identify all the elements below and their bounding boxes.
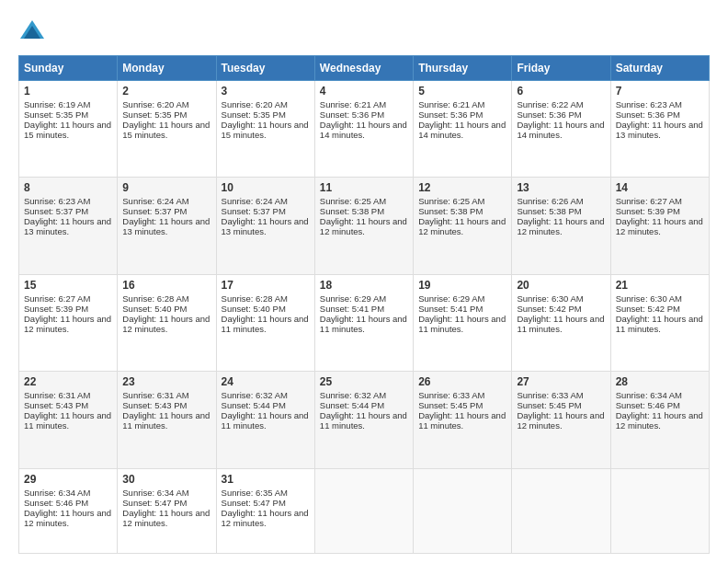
daylight-text: Daylight: 11 hours and 12 minutes. xyxy=(616,410,703,431)
calendar-cell: 14Sunrise: 6:27 AMSunset: 5:39 PMDayligh… xyxy=(610,178,709,274)
sunset-text: Sunset: 5:36 PM xyxy=(320,109,384,120)
calendar-cell: 28Sunrise: 6:34 AMSunset: 5:46 PMDayligh… xyxy=(610,372,709,468)
sunset-text: Sunset: 5:47 PM xyxy=(222,498,286,508)
daylight-text: Daylight: 11 hours and 12 minutes. xyxy=(122,508,210,528)
sunrise-text: Sunrise: 6:29 AM xyxy=(320,293,386,304)
sunrise-text: Sunrise: 6:29 AM xyxy=(418,293,484,304)
calendar-cell: 9Sunrise: 6:24 AMSunset: 5:37 PMDaylight… xyxy=(118,178,216,274)
calendar-week-4: 22Sunrise: 6:31 AMSunset: 5:43 PMDayligh… xyxy=(19,372,710,468)
calendar-cell: 29Sunrise: 6:34 AMSunset: 5:46 PMDayligh… xyxy=(19,468,118,553)
calendar-header-row: SundayMondayTuesdayWednesdayThursdayFrid… xyxy=(19,56,710,81)
daylight-text: Daylight: 11 hours and 12 minutes. xyxy=(222,508,309,528)
calendar-cell: 23Sunrise: 6:31 AMSunset: 5:43 PMDayligh… xyxy=(118,372,216,468)
day-number: 28 xyxy=(616,375,704,388)
calendar-cell: 19Sunrise: 6:29 AMSunset: 5:41 PMDayligh… xyxy=(414,274,512,371)
sunrise-text: Sunrise: 6:33 AM xyxy=(418,390,484,400)
daylight-text: Daylight: 11 hours and 11 minutes. xyxy=(517,314,604,334)
day-number: 3 xyxy=(222,85,310,98)
day-header-tuesday: Tuesday xyxy=(216,56,314,81)
day-number: 6 xyxy=(517,85,605,98)
sunrise-text: Sunrise: 6:34 AM xyxy=(616,390,682,400)
sunset-text: Sunset: 5:36 PM xyxy=(418,109,483,120)
sunrise-text: Sunrise: 6:20 AM xyxy=(222,99,288,109)
sunrise-text: Sunrise: 6:33 AM xyxy=(517,390,583,400)
sunset-text: Sunset: 5:42 PM xyxy=(616,304,680,314)
day-number: 7 xyxy=(616,85,704,98)
sunrise-text: Sunrise: 6:23 AM xyxy=(616,99,682,109)
sunset-text: Sunset: 5:38 PM xyxy=(517,206,581,216)
sunset-text: Sunset: 5:39 PM xyxy=(24,304,88,314)
page: SundayMondayTuesdayWednesdayThursdayFrid… xyxy=(0,0,728,563)
sunrise-text: Sunrise: 6:25 AM xyxy=(418,196,484,206)
calendar-cell: 12Sunrise: 6:25 AMSunset: 5:38 PMDayligh… xyxy=(414,178,512,274)
sunset-text: Sunset: 5:45 PM xyxy=(418,400,483,410)
day-number: 26 xyxy=(418,375,506,388)
sunset-text: Sunset: 5:44 PM xyxy=(320,400,384,410)
day-number: 1 xyxy=(24,85,112,98)
day-number: 8 xyxy=(24,181,112,194)
sunrise-text: Sunrise: 6:31 AM xyxy=(24,390,90,400)
daylight-text: Daylight: 11 hours and 11 minutes. xyxy=(616,314,703,334)
day-number: 24 xyxy=(222,375,310,388)
daylight-text: Daylight: 11 hours and 14 minutes. xyxy=(517,120,604,140)
calendar-table: SundayMondayTuesdayWednesdayThursdayFrid… xyxy=(18,55,710,554)
day-number: 23 xyxy=(122,375,210,388)
daylight-text: Daylight: 11 hours and 12 minutes. xyxy=(24,508,111,528)
daylight-text: Daylight: 11 hours and 14 minutes. xyxy=(418,120,506,140)
sunset-text: Sunset: 5:37 PM xyxy=(222,206,286,216)
calendar-cell: 31Sunrise: 6:35 AMSunset: 5:47 PMDayligh… xyxy=(216,468,314,553)
daylight-text: Daylight: 11 hours and 12 minutes. xyxy=(517,216,604,236)
day-header-sunday: Sunday xyxy=(19,56,118,81)
sunrise-text: Sunrise: 6:24 AM xyxy=(222,196,288,206)
daylight-text: Daylight: 11 hours and 13 minutes. xyxy=(122,216,210,236)
day-number: 14 xyxy=(616,181,704,194)
calendar-cell: 15Sunrise: 6:27 AMSunset: 5:39 PMDayligh… xyxy=(19,274,118,371)
sunset-text: Sunset: 5:38 PM xyxy=(320,206,384,216)
sunrise-text: Sunrise: 6:22 AM xyxy=(517,99,583,109)
calendar-cell: 6Sunrise: 6:22 AMSunset: 5:36 PMDaylight… xyxy=(512,81,610,178)
sunset-text: Sunset: 5:43 PM xyxy=(122,400,187,410)
day-number: 13 xyxy=(517,181,605,194)
daylight-text: Daylight: 11 hours and 15 minutes. xyxy=(24,120,111,140)
sunrise-text: Sunrise: 6:30 AM xyxy=(517,293,583,304)
calendar-cell: 4Sunrise: 6:21 AMSunset: 5:36 PMDaylight… xyxy=(314,81,413,178)
day-number: 27 xyxy=(517,375,605,388)
calendar-cell: 22Sunrise: 6:31 AMSunset: 5:43 PMDayligh… xyxy=(19,372,118,468)
sunset-text: Sunset: 5:43 PM xyxy=(24,400,88,410)
sunrise-text: Sunrise: 6:26 AM xyxy=(517,196,583,206)
sunrise-text: Sunrise: 6:21 AM xyxy=(320,99,386,109)
calendar-cell: 30Sunrise: 6:34 AMSunset: 5:47 PMDayligh… xyxy=(118,468,216,553)
day-header-thursday: Thursday xyxy=(414,56,512,81)
calendar-cell: 1Sunrise: 6:19 AMSunset: 5:35 PMDaylight… xyxy=(19,81,118,178)
logo xyxy=(18,18,50,46)
calendar-cell: 3Sunrise: 6:20 AMSunset: 5:35 PMDaylight… xyxy=(216,81,314,178)
day-header-friday: Friday xyxy=(512,56,610,81)
daylight-text: Daylight: 11 hours and 12 minutes. xyxy=(517,410,604,431)
sunrise-text: Sunrise: 6:28 AM xyxy=(122,293,188,304)
day-number: 31 xyxy=(222,473,310,486)
sunrise-text: Sunrise: 6:34 AM xyxy=(24,488,90,498)
calendar-cell xyxy=(512,468,610,553)
sunset-text: Sunset: 5:45 PM xyxy=(517,400,581,410)
day-number: 25 xyxy=(320,375,408,388)
day-number: 16 xyxy=(122,279,210,292)
daylight-text: Daylight: 11 hours and 12 minutes. xyxy=(122,314,210,334)
calendar-week-1: 1Sunrise: 6:19 AMSunset: 5:35 PMDaylight… xyxy=(19,81,710,178)
sunrise-text: Sunrise: 6:32 AM xyxy=(222,390,288,400)
sunset-text: Sunset: 5:46 PM xyxy=(616,400,680,410)
calendar-cell: 13Sunrise: 6:26 AMSunset: 5:38 PMDayligh… xyxy=(512,178,610,274)
calendar-cell: 25Sunrise: 6:32 AMSunset: 5:44 PMDayligh… xyxy=(314,372,413,468)
daylight-text: Daylight: 11 hours and 13 minutes. xyxy=(24,216,111,236)
calendar-cell: 26Sunrise: 6:33 AMSunset: 5:45 PMDayligh… xyxy=(414,372,512,468)
calendar-week-5: 29Sunrise: 6:34 AMSunset: 5:46 PMDayligh… xyxy=(19,468,710,553)
calendar-cell: 27Sunrise: 6:33 AMSunset: 5:45 PMDayligh… xyxy=(512,372,610,468)
day-number: 2 xyxy=(122,85,210,98)
calendar-cell xyxy=(610,468,709,553)
sunset-text: Sunset: 5:35 PM xyxy=(122,109,187,120)
daylight-text: Daylight: 11 hours and 11 minutes. xyxy=(222,410,309,431)
logo-icon xyxy=(18,18,46,46)
sunset-text: Sunset: 5:35 PM xyxy=(222,109,286,120)
daylight-text: Daylight: 11 hours and 11 minutes. xyxy=(418,410,506,431)
daylight-text: Daylight: 11 hours and 11 minutes. xyxy=(122,410,210,431)
daylight-text: Daylight: 11 hours and 11 minutes. xyxy=(24,410,111,431)
